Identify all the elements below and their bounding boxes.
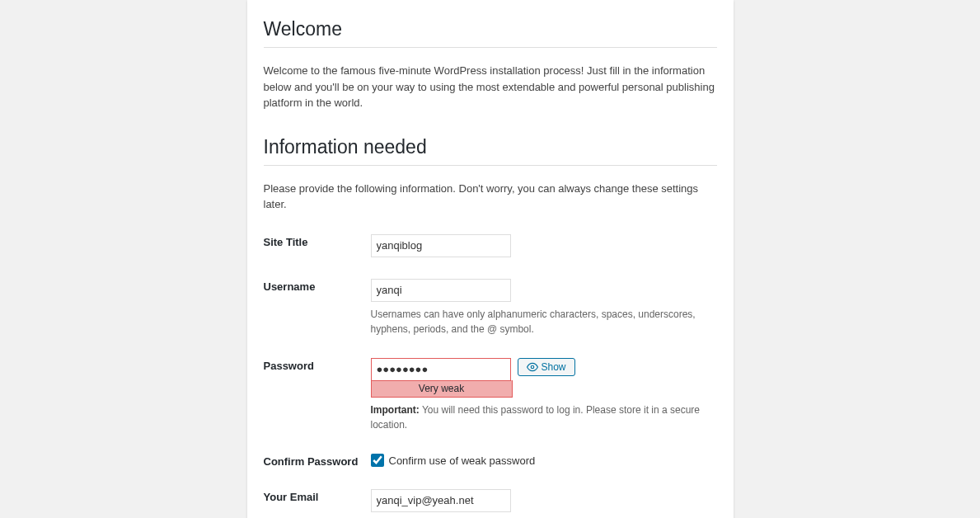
email-input[interactable]: [371, 489, 511, 512]
password-important-prefix: Important:: [371, 404, 420, 416]
site-title-label: Site Title: [264, 228, 371, 272]
welcome-intro-text: Welcome to the famous five-minute WordPr…: [264, 63, 717, 111]
setup-form-table: Site Title Username Usernames can have o…: [264, 228, 717, 519]
svg-point-0: [531, 365, 534, 369]
password-important-text: You will need this password to log in. P…: [371, 404, 701, 431]
info-intro-text: Please provide the following information…: [264, 181, 717, 213]
username-label: Username: [264, 272, 371, 351]
password-strength-meter: Very weak: [371, 380, 513, 398]
welcome-heading: Welcome: [264, 8, 717, 48]
email-label: Your Email: [264, 483, 371, 518]
password-important-hint: Important: You will need this password t…: [371, 403, 701, 432]
confirm-password-label: Confirm Password: [264, 447, 371, 483]
confirm-weak-label[interactable]: Confirm use of weak password: [389, 454, 536, 467]
show-button-label: Show: [542, 361, 566, 373]
confirm-weak-checkbox[interactable]: [371, 454, 384, 467]
password-label: Password: [264, 351, 371, 447]
username-hint: Usernames can have only alphanumeric cha…: [371, 307, 701, 337]
password-input[interactable]: [371, 358, 511, 381]
install-card: Welcome Welcome to the famous five-minut…: [247, 0, 734, 518]
username-input[interactable]: [371, 279, 511, 302]
info-needed-heading: Information needed: [264, 126, 717, 166]
eye-icon: [527, 361, 538, 373]
site-title-input[interactable]: [371, 234, 511, 257]
show-password-button[interactable]: Show: [518, 358, 575, 376]
